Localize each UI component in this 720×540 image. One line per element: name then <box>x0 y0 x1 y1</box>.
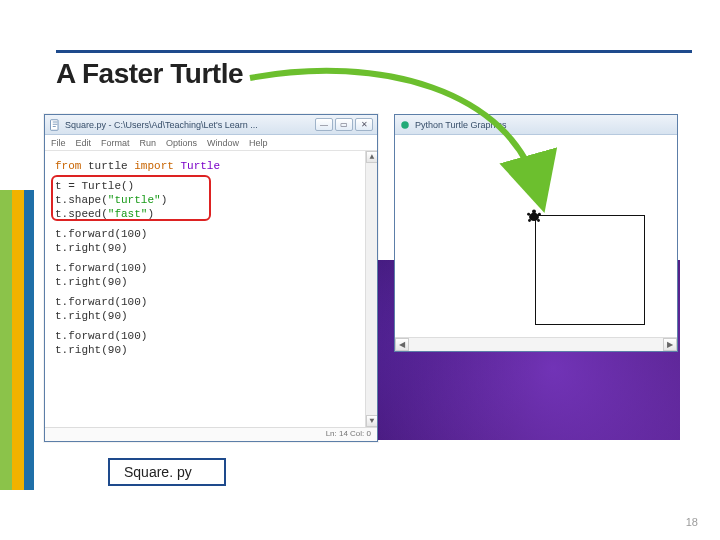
svg-point-1 <box>401 121 409 129</box>
close-button[interactable]: ✕ <box>355 118 373 131</box>
slide: A Faster Turtle Square.py - C:\Users\Ad\… <box>0 0 720 540</box>
turtle-window-title: Python Turtle Graphics <box>415 120 507 130</box>
code-editor-window: Square.py - C:\Users\Ad\Teaching\Let's L… <box>44 114 378 442</box>
python-file-icon <box>49 119 61 131</box>
menu-file[interactable]: File <box>51 138 66 148</box>
svg-point-7 <box>537 219 540 222</box>
drawn-square <box>535 215 645 325</box>
code-block-move-4: t.forward(100) t.right(90) <box>55 329 367 357</box>
svg-point-4 <box>527 213 530 216</box>
svg-point-3 <box>532 210 536 214</box>
scroll-down-button[interactable]: ▼ <box>366 415 377 427</box>
editor-menubar: File Edit Format Run Options Window Help <box>45 135 377 151</box>
page-number: 18 <box>686 516 698 528</box>
editor-code-area[interactable]: from turtle import Turtle t = Turtle() t… <box>45 151 377 427</box>
accent-bar-green <box>0 190 12 490</box>
menu-edit[interactable]: Edit <box>76 138 92 148</box>
menu-run[interactable]: Run <box>140 138 157 148</box>
turtle-canvas <box>395 135 677 337</box>
accent-bar-blue <box>24 190 34 490</box>
menu-help[interactable]: Help <box>249 138 268 148</box>
svg-point-6 <box>528 219 531 222</box>
code-block-init: t = Turtle() t.shape("turtle") t.speed("… <box>55 179 367 221</box>
minimize-button[interactable]: — <box>315 118 333 131</box>
scroll-right-button[interactable]: ▶ <box>663 338 677 351</box>
turtle-cursor-icon <box>525 207 543 225</box>
menu-options[interactable]: Options <box>166 138 197 148</box>
slide-title: A Faster Turtle <box>56 58 243 90</box>
editor-vertical-scrollbar[interactable]: ▲ ▼ <box>365 151 377 427</box>
filename-chip: Square. py <box>108 458 226 486</box>
turtle-titlebar: Python Turtle Graphics <box>395 115 677 135</box>
top-rule <box>56 50 692 53</box>
editor-window-title: Square.py - C:\Users\Ad\Teaching\Let's L… <box>65 120 311 130</box>
code-block-move-3: t.forward(100) t.right(90) <box>55 295 367 323</box>
accent-bar-gold <box>12 190 24 490</box>
turtle-graphics-window: Python Turtle Graphics ◀ ▶ <box>394 114 678 352</box>
menu-window[interactable]: Window <box>207 138 239 148</box>
svg-rect-0 <box>51 119 59 130</box>
scroll-up-button[interactable]: ▲ <box>366 151 377 163</box>
code-block-move-2: t.forward(100) t.right(90) <box>55 261 367 289</box>
menu-format[interactable]: Format <box>101 138 130 148</box>
turtle-horizontal-scrollbar[interactable]: ◀ ▶ <box>395 337 677 351</box>
scroll-left-button[interactable]: ◀ <box>395 338 409 351</box>
turtle-app-icon <box>399 119 411 131</box>
code-line-import: from turtle import Turtle <box>55 159 367 173</box>
scrollbar-track[interactable] <box>409 338 663 351</box>
accent-bars <box>0 190 34 490</box>
editor-window-buttons: — ▭ ✕ <box>315 118 373 131</box>
editor-titlebar: Square.py - C:\Users\Ad\Teaching\Let's L… <box>45 115 377 135</box>
maximize-button[interactable]: ▭ <box>335 118 353 131</box>
editor-status-bar: Ln: 14 Col: 0 <box>45 427 377 441</box>
code-block-move-1: t.forward(100) t.right(90) <box>55 227 367 255</box>
svg-point-5 <box>538 213 541 216</box>
